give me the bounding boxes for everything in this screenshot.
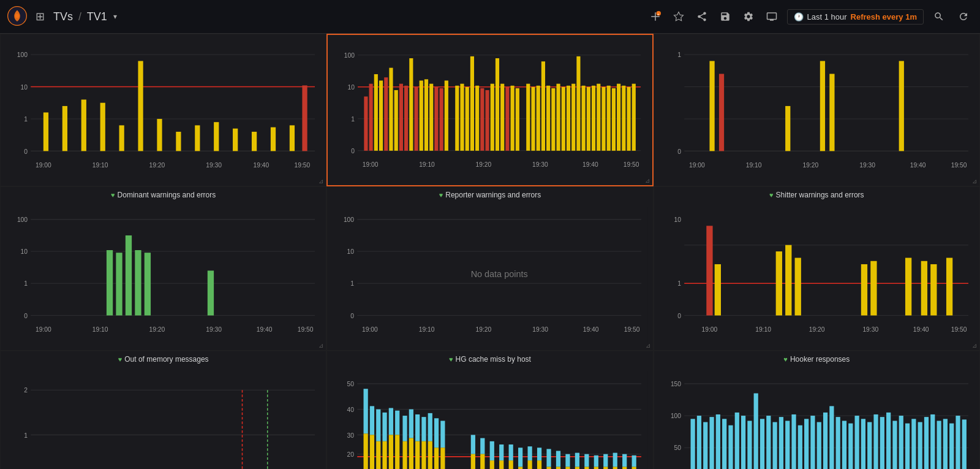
svg-text:19:40: 19:40	[582, 161, 598, 168]
svg-rect-324	[899, 416, 903, 469]
svg-text:19:40: 19:40	[910, 162, 925, 169]
settings-button[interactable]	[739, 9, 758, 25]
svg-rect-28	[302, 85, 307, 151]
grafana-logo[interactable]	[7, 6, 27, 28]
svg-rect-330	[937, 421, 941, 469]
svg-rect-171	[794, 257, 801, 315]
panel-hg-cache-title: ♥ HG cache miss by host	[327, 355, 652, 364]
svg-rect-250	[518, 448, 522, 467]
search-button[interactable]	[930, 9, 948, 25]
heart-icon: ♥	[449, 356, 453, 363]
breadcrumb-parent[interactable]: TVs	[53, 10, 73, 23]
svg-rect-214	[364, 389, 368, 433]
svg-rect-53	[404, 86, 408, 151]
panel-hg-cache: ♥ HG cache miss by host 50 40 30 20 10	[326, 351, 653, 469]
star-button[interactable]	[669, 9, 688, 25]
svg-rect-221	[383, 441, 387, 469]
svg-rect-234	[428, 413, 432, 441]
svg-rect-216	[370, 406, 374, 435]
svg-text:40: 40	[347, 406, 355, 413]
panel-resize-handle[interactable]: ⊿	[646, 342, 650, 349]
svg-rect-75	[527, 84, 530, 151]
dashboard-dropdown[interactable]: ▾	[113, 12, 117, 21]
svg-text:19:20: 19:20	[476, 326, 492, 332]
svg-rect-17	[100, 103, 105, 151]
chart-dominant: 100 10 1 0 19:00 19:10 19:20 19:30 19:40…	[6, 207, 321, 348]
svg-rect-231	[415, 441, 420, 469]
svg-rect-69	[491, 84, 494, 151]
svg-rect-20	[157, 119, 162, 151]
svg-rect-300	[747, 421, 752, 469]
svg-text:19:50: 19:50	[295, 162, 311, 169]
chart-top-right: 1 0 19:00 19:10 19:20 19:30 19:40 19:50	[659, 42, 974, 183]
svg-text:0: 0	[24, 312, 28, 319]
svg-rect-60	[440, 88, 443, 151]
svg-rect-328	[924, 417, 929, 469]
svg-rect-306	[785, 421, 790, 469]
panel-resize-handle[interactable]: ⊿	[645, 177, 650, 184]
add-panel-button[interactable]: +	[646, 9, 665, 25]
svg-rect-264	[585, 454, 589, 467]
svg-rect-230	[415, 414, 420, 441]
svg-rect-133	[126, 235, 132, 316]
svg-rect-235	[428, 441, 432, 469]
svg-text:19:40: 19:40	[583, 326, 599, 332]
svg-rect-134	[135, 250, 141, 316]
chart-hg-cache: 50 40 30 20 10	[332, 371, 647, 469]
svg-rect-112	[785, 106, 790, 151]
svg-rect-55	[415, 87, 418, 151]
svg-rect-47	[374, 74, 378, 151]
svg-rect-21	[176, 132, 181, 151]
svg-rect-323	[892, 421, 897, 469]
panel-resize-handle[interactable]: ⊿	[318, 178, 323, 185]
panel-resize-handle[interactable]: ⊿	[972, 178, 977, 185]
refresh-button[interactable]	[954, 9, 973, 25]
svg-rect-91	[607, 86, 611, 151]
svg-rect-308	[797, 425, 802, 469]
svg-rect-167	[706, 226, 712, 315]
svg-rect-322	[886, 412, 891, 469]
svg-rect-23	[214, 122, 219, 151]
svg-rect-245	[490, 460, 494, 469]
svg-rect-95	[627, 87, 631, 151]
svg-rect-57	[424, 79, 428, 151]
panel-resize-handle[interactable]: ⊿	[318, 342, 323, 349]
svg-text:19:30: 19:30	[533, 326, 549, 332]
svg-rect-25	[252, 132, 257, 151]
svg-rect-73	[511, 86, 514, 151]
header: ⊞ TVs / TV1 ▾ + 🕐 Last 1 hour Refresh ev…	[0, 0, 980, 34]
apps-icon[interactable]: ⊞	[36, 10, 45, 23]
svg-rect-220	[383, 412, 387, 441]
svg-text:19:00: 19:00	[363, 161, 379, 168]
svg-rect-320	[873, 414, 878, 469]
svg-rect-294	[709, 417, 714, 469]
svg-rect-217	[370, 435, 374, 469]
svg-text:100: 100	[17, 216, 28, 223]
svg-rect-292	[696, 416, 701, 469]
svg-rect-115	[899, 61, 903, 151]
svg-text:10: 10	[348, 84, 355, 91]
tv-mode-button[interactable]	[763, 9, 781, 25]
panel-reporter: ♥ Reporter warnings and errors 100 10 1 …	[326, 186, 653, 351]
svg-text:50: 50	[347, 381, 355, 387]
svg-rect-72	[506, 87, 510, 151]
svg-text:19:00: 19:00	[689, 162, 705, 169]
panel-resize-handle[interactable]: ⊿	[972, 342, 977, 349]
svg-rect-174	[905, 257, 911, 315]
svg-rect-85	[577, 56, 581, 151]
svg-rect-135	[145, 253, 151, 315]
svg-rect-15	[62, 106, 67, 151]
panel-hooker: ♥ Hooker responses 150 100 50 0	[654, 351, 980, 469]
svg-rect-258	[556, 451, 560, 467]
heart-icon: ♥	[769, 191, 774, 199]
svg-text:1: 1	[24, 116, 28, 123]
svg-rect-248	[509, 444, 513, 460]
heart-icon: ♥	[118, 356, 123, 363]
svg-text:19:10: 19:10	[419, 161, 435, 168]
time-range-picker[interactable]: 🕐 Last 1 hour Refresh every 1m	[787, 9, 924, 25]
save-button[interactable]	[716, 9, 734, 25]
svg-rect-176	[930, 264, 937, 316]
svg-rect-291	[690, 419, 695, 469]
svg-text:19:00: 19:00	[36, 162, 51, 169]
share-button[interactable]	[693, 9, 711, 25]
